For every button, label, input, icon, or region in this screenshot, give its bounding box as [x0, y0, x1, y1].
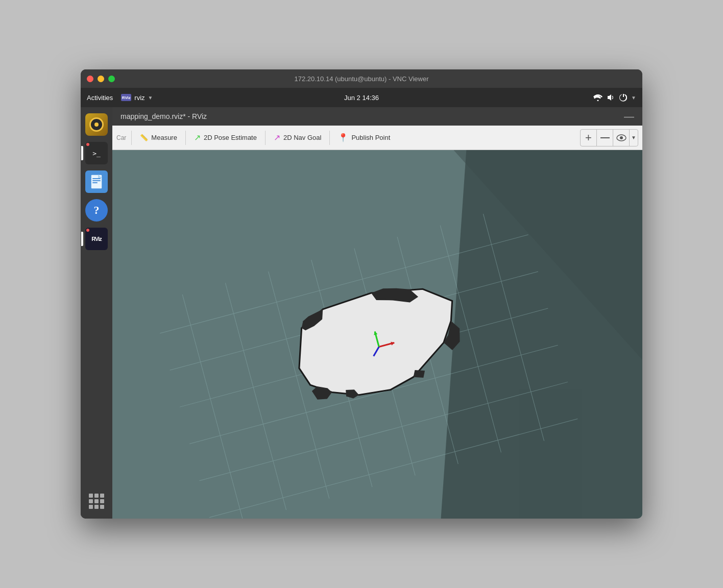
- grid-dot: [100, 505, 104, 509]
- rviz-toolbar: Car 📏 Measure ↗ 2D Pose Estimate: [112, 126, 642, 150]
- toolbar-sep-3: [265, 131, 266, 145]
- rhythmbox-dot: [94, 122, 99, 127]
- viewport-canvas: [112, 150, 642, 519]
- rviz-main-panel: mapping_demo.rviz* - RViz — Car 📏 Measur…: [112, 107, 642, 519]
- topbar-dropdown-icon[interactable]: ▼: [631, 95, 636, 101]
- toolbar-sep-2: [185, 131, 186, 145]
- volume-icon: [607, 93, 615, 102]
- rviz-logo-small: RViz: [121, 94, 131, 101]
- vnc-window: 172.20.10.14 (ubuntu@ubuntu) - VNC Viewe…: [81, 69, 642, 519]
- rviz-window: >_: [81, 107, 642, 519]
- files-svg: [90, 174, 103, 189]
- rviz-window-title: mapping_demo.rviz* - RViz: [120, 112, 207, 120]
- help-icon: ?: [85, 199, 108, 222]
- power-icon: [619, 93, 627, 102]
- sidebar-item-rviz[interactable]: RViz: [84, 227, 109, 251]
- app-grid-icon: [85, 490, 108, 512]
- ubuntu-topbar: Activities RViz rviz ▼ Jun 2 14:36: [81, 88, 642, 107]
- rviz-titlebar: mapping_demo.rviz* - RViz —: [112, 107, 642, 126]
- sidebar-item-files[interactable]: [84, 169, 109, 194]
- sidebar-item-appgrid[interactable]: [84, 489, 109, 513]
- sidebar-item-terminal[interactable]: >_: [84, 141, 109, 165]
- grid-dot: [89, 494, 93, 498]
- window-title: 172.20.10.14 (ubuntu@ubuntu) - VNC Viewe…: [294, 75, 428, 83]
- pose-estimate-label: 2D Pose Estimate: [204, 134, 257, 141]
- eye-icon: [616, 134, 626, 141]
- rhythmbox-inner: [89, 117, 104, 132]
- help-symbol: ?: [94, 204, 100, 217]
- publish-point-label: Publish Point: [351, 134, 390, 141]
- grid-dot: [100, 494, 104, 498]
- can-label: Car: [116, 134, 126, 141]
- status-icons: ▼: [593, 93, 636, 102]
- ubuntu-sidebar: >_: [81, 107, 112, 519]
- vnc-body: Activities RViz rviz ▼ Jun 2 14:36: [81, 88, 642, 519]
- grid-dot: [94, 499, 99, 503]
- nav-icon: ↗: [274, 133, 280, 142]
- svg-rect-3: [92, 182, 98, 183]
- sidebar-item-rhythmbox[interactable]: [84, 112, 109, 137]
- app-name-label: rviz: [134, 94, 144, 102]
- measure-label: Measure: [151, 134, 177, 141]
- pose-estimate-button[interactable]: ↗ 2D Pose Estimate: [189, 130, 262, 145]
- rhythmbox-icon: [85, 113, 108, 136]
- grid-dot: [89, 505, 93, 509]
- rviz-active-dot: [86, 229, 89, 232]
- close-button[interactable]: [87, 76, 93, 82]
- nav-goal-label: 2D Nav Goal: [283, 134, 321, 141]
- publish-point-button[interactable]: 📍 Publish Point: [333, 130, 395, 145]
- rviz-viewport[interactable]: [112, 150, 642, 519]
- remove-button[interactable]: [597, 130, 613, 146]
- dropdown-button[interactable]: ▼: [630, 130, 638, 146]
- svg-rect-1: [92, 178, 101, 179]
- eye-button[interactable]: [613, 130, 630, 146]
- app-indicator: RViz rviz ▼: [121, 94, 153, 102]
- measure-button[interactable]: 📏 Measure: [135, 131, 182, 144]
- terminal-active-dot: [86, 143, 89, 146]
- system-clock: Jun 2 14:36: [344, 94, 379, 102]
- pose-icon: ↗: [194, 133, 201, 142]
- activities-button[interactable]: Activities: [87, 94, 113, 102]
- grid-dot: [89, 499, 93, 503]
- toolbar-sep-1: [131, 131, 132, 145]
- grid-dot: [94, 505, 99, 509]
- files-icon: [85, 170, 108, 193]
- grid-dots: [89, 494, 104, 509]
- add-button[interactable]: +: [581, 130, 597, 146]
- macos-titlebar: 172.20.10.14 (ubuntu@ubuntu) - VNC Viewe…: [81, 69, 642, 88]
- svg-rect-2: [92, 180, 101, 181]
- remove-icon: [600, 137, 610, 139]
- toolbar-sep-4: [329, 131, 330, 145]
- measure-icon: 📏: [140, 134, 148, 141]
- rviz-minimize-button[interactable]: —: [622, 111, 636, 121]
- grid-dot: [94, 494, 99, 498]
- grid-dot: [100, 499, 104, 503]
- rviz-label: RViz: [91, 236, 101, 242]
- publish-icon: 📍: [338, 133, 348, 142]
- terminal-symbol: >_: [92, 150, 101, 157]
- app-dropdown-icon[interactable]: ▼: [148, 95, 153, 101]
- svg-point-6: [620, 136, 623, 139]
- sidebar-item-help[interactable]: ?: [84, 198, 109, 223]
- nav-goal-button[interactable]: ↗ 2D Nav Goal: [269, 130, 326, 145]
- maximize-button[interactable]: [108, 76, 115, 82]
- wifi-icon: [593, 94, 602, 101]
- window-controls: [87, 76, 115, 82]
- toolbar-icon-group: +: [580, 129, 638, 146]
- minimize-button[interactable]: [98, 76, 104, 82]
- svg-rect-4: [600, 137, 610, 138]
